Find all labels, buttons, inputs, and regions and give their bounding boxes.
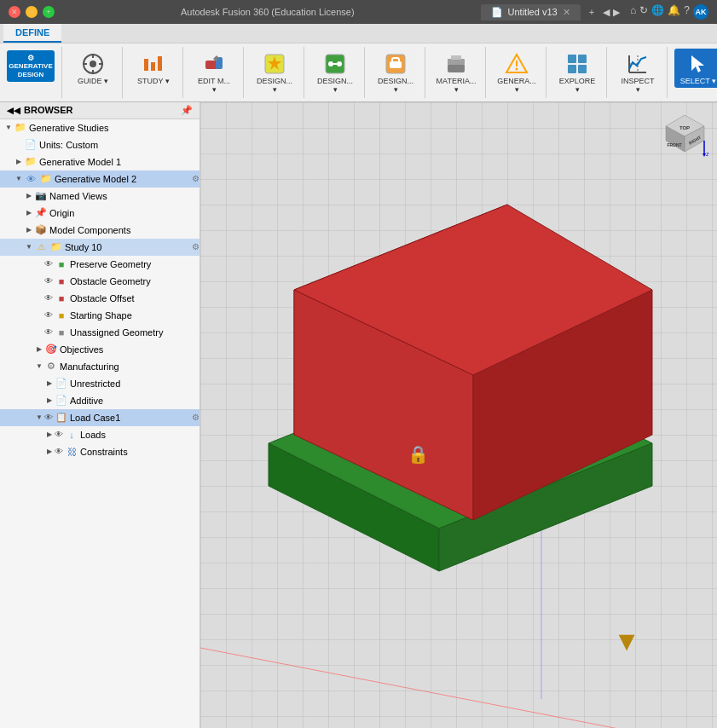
nav-forward-icon[interactable]: ▶ bbox=[613, 7, 620, 18]
browser-item-manufacturing[interactable]: ⚙ Manufacturing bbox=[0, 358, 199, 375]
browser-item-starting-shape[interactable]: 👁 ■ Starting Shape bbox=[0, 307, 199, 324]
icon-gen-model-1: 📁 bbox=[24, 155, 38, 169]
browser-item-gen-model-1[interactable]: 📁 Generative Model 1 bbox=[0, 153, 199, 170]
svg-text:🔒: 🔒 bbox=[408, 444, 429, 465]
browser-item-preserve-geo[interactable]: 👁 ■ Preserve Geometry bbox=[0, 256, 199, 273]
browser-expand-icon[interactable]: ◀◀ bbox=[7, 106, 20, 115]
eye-obstacle-offset[interactable]: 👁 bbox=[44, 293, 53, 303]
eye-starting-shape[interactable]: 👁 bbox=[44, 310, 53, 320]
settings-icon-study-10[interactable]: ⚙ bbox=[192, 242, 199, 251]
svg-rect-21 bbox=[448, 64, 465, 72]
design-constraints-btn[interactable]: DESIGN... ▾ bbox=[372, 49, 419, 96]
browser-pin-icon[interactable]: 📌 bbox=[181, 105, 193, 116]
label-gen-model-2: Generative Model 2 bbox=[55, 174, 190, 184]
viewport[interactable]: 🔒 ▼ TOP FRONT RIGHT Z bbox=[200, 102, 717, 728]
design-constraints-group: DESIGN... ▾ bbox=[367, 47, 425, 98]
browser-item-gen-model-2[interactable]: 👁 📁 Generative Model 2 ⚙ bbox=[0, 170, 199, 188]
user-avatar[interactable]: AK bbox=[693, 4, 708, 20]
eye-unassigned-geo[interactable]: 👁 bbox=[44, 327, 53, 337]
settings-icon-load-case1[interactable]: ⚙ bbox=[192, 413, 199, 422]
svg-rect-6 bbox=[144, 59, 148, 71]
eye-constraints[interactable]: 👁 bbox=[55, 447, 63, 456]
label-origin: Origin bbox=[49, 208, 199, 218]
browser-header: ◀◀ BROWSER 📌 bbox=[0, 102, 199, 119]
design-constraints-icon bbox=[382, 50, 409, 78]
browser-item-units[interactable]: 📄 Units: Custom bbox=[0, 136, 199, 153]
label-additive: Additive bbox=[70, 396, 199, 406]
ribbon-tools: ⚙ GENERATIVEDESIGN GUIDE ▾ bbox=[0, 43, 717, 101]
browser-item-obstacle-offset[interactable]: 👁 ■ Obstacle Offset bbox=[0, 290, 199, 307]
svg-point-1 bbox=[90, 61, 96, 67]
generate-btn[interactable]: GENERA... ▾ bbox=[493, 49, 541, 96]
browser-item-constraints[interactable]: 👁 ⛓ Constraints bbox=[0, 443, 199, 460]
globe-icon[interactable]: 🌐 bbox=[651, 4, 664, 20]
win-close-btn[interactable]: ✕ bbox=[9, 6, 20, 18]
main-area: ◀◀ BROWSER 📌 📁 Generative Studies 📄 Unit… bbox=[0, 102, 717, 728]
eye-obstacle-geo[interactable]: 👁 bbox=[44, 276, 53, 286]
browser-item-unrestricted[interactable]: 📄 Unrestricted bbox=[0, 375, 199, 392]
svg-rect-30 bbox=[578, 65, 587, 73]
edit-model-btn[interactable]: EDIT M... ▾ bbox=[190, 49, 238, 96]
design-criteria-btn[interactable]: DESIGN... ▾ bbox=[251, 49, 298, 96]
win-max-btn[interactable]: + bbox=[43, 6, 55, 18]
browser-item-obstacle-geo[interactable]: 👁 ■ Obstacle Geometry bbox=[0, 273, 199, 290]
tab-icon: 📄 bbox=[491, 7, 503, 18]
study-btn[interactable]: STUDY ▾ bbox=[130, 49, 177, 88]
settings-icon-gen-model-2[interactable]: ⚙ bbox=[192, 174, 199, 183]
eye-loads[interactable]: 👁 bbox=[55, 430, 63, 439]
svg-point-16 bbox=[337, 61, 342, 66]
add-tab-btn[interactable]: + bbox=[584, 5, 599, 19]
design-connect-btn[interactable]: DESIGN... ▾ bbox=[311, 49, 359, 96]
orientation-cube[interactable]: TOP FRONT RIGHT Z bbox=[662, 111, 708, 158]
nav-back-icon[interactable]: ◀ bbox=[603, 7, 610, 18]
explore-btn[interactable]: EXPLORE ▾ bbox=[553, 49, 601, 96]
browser-tree: 📁 Generative Studies 📄 Units: Custom 📁 G… bbox=[0, 119, 199, 460]
bell-icon[interactable]: 🔔 bbox=[668, 4, 680, 20]
browser-item-objectives[interactable]: 🎯 Objectives bbox=[0, 341, 199, 358]
win-min-btn[interactable]: − bbox=[26, 6, 38, 18]
browser-item-loads[interactable]: 👁 ↓ Loads bbox=[0, 426, 199, 443]
generative-design-btn[interactable]: ⚙ GENERATIVEDESIGN bbox=[7, 50, 55, 82]
explore-icon bbox=[564, 50, 591, 78]
3d-model: 🔒 bbox=[234, 170, 712, 597]
select-group: SELECT ▾ bbox=[669, 47, 717, 98]
browser-item-study-10[interactable]: ⚠ 📁 Study 10 ⚙ bbox=[0, 239, 199, 256]
svg-rect-22 bbox=[448, 59, 465, 65]
icon-named-views: 📷 bbox=[34, 189, 48, 203]
study-label: STUDY ▾ bbox=[137, 78, 170, 86]
svg-rect-29 bbox=[568, 65, 576, 73]
document-tab[interactable]: 📄 Untitled v13 ✕ bbox=[481, 4, 581, 20]
refresh-icon[interactable]: ↻ bbox=[639, 4, 648, 20]
icon-unrestricted: 📄 bbox=[55, 377, 68, 390]
generative-design-label: GENERATIVEDESIGN bbox=[9, 62, 52, 78]
browser-item-load-case1[interactable]: 👁 📋 Load Case1 ⚙ bbox=[0, 409, 199, 426]
guide-btn[interactable]: GUIDE ▾ bbox=[69, 49, 117, 88]
browser-item-generative-studies[interactable]: 📁 Generative Studies bbox=[0, 119, 199, 136]
help-icon[interactable]: ? bbox=[684, 4, 690, 20]
inspect-btn[interactable]: INSPECT ▾ bbox=[614, 49, 662, 96]
tab-define[interactable]: DEFINE bbox=[3, 24, 61, 43]
ribbon: DEFINE ⚙ GENERATIVEDESIGN bbox=[0, 24, 717, 102]
svg-rect-23 bbox=[451, 55, 461, 60]
generate-group: GENERA... ▾ bbox=[488, 47, 546, 98]
arrow-model-components bbox=[24, 225, 34, 235]
browser-item-additive[interactable]: 📄 Additive bbox=[0, 392, 199, 409]
svg-rect-28 bbox=[578, 55, 587, 63]
select-btn[interactable]: SELECT ▾ bbox=[674, 49, 717, 88]
arrow-gen-model-2 bbox=[14, 174, 24, 184]
generate-icon bbox=[503, 50, 530, 78]
materials-btn[interactable]: MATERIA... ▾ bbox=[432, 49, 480, 96]
tab-close-icon[interactable]: ✕ bbox=[563, 7, 570, 18]
browser-item-named-views[interactable]: 📷 Named Views bbox=[0, 188, 199, 205]
browser-item-origin[interactable]: 📌 Origin bbox=[0, 205, 199, 222]
materials-group: MATERIA... ▾ bbox=[427, 47, 486, 98]
home-icon[interactable]: ⌂ bbox=[630, 4, 636, 20]
browser-title: BROWSER bbox=[24, 105, 72, 115]
arrow-obstacle-offset bbox=[34, 293, 44, 303]
browser-item-unassigned-geo[interactable]: 👁 ■ Unassigned Geometry bbox=[0, 324, 199, 341]
eye-preserve-geo[interactable]: 👁 bbox=[44, 259, 53, 269]
icon-objectives: 🎯 bbox=[44, 343, 58, 356]
label-unrestricted: Unrestricted bbox=[70, 378, 199, 389]
browser-item-model-components[interactable]: 📦 Model Components bbox=[0, 222, 199, 239]
eye-load-case1[interactable]: 👁 bbox=[44, 413, 53, 422]
